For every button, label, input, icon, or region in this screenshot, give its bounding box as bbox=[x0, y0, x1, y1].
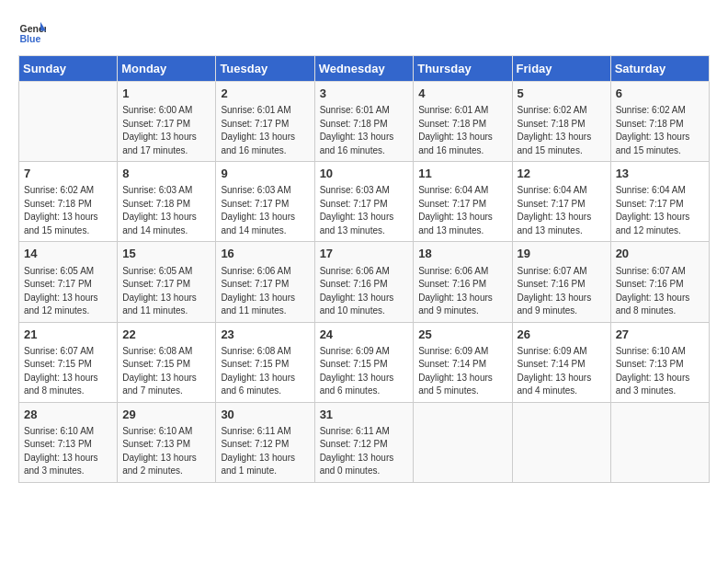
logo: General Blue bbox=[18, 18, 50, 46]
day-number: 17 bbox=[320, 246, 409, 262]
day-info: Sunrise: 6:02 AMSunset: 7:18 PMDaylight:… bbox=[518, 104, 606, 157]
day-info: Sunrise: 6:04 AMSunset: 7:17 PMDaylight:… bbox=[616, 184, 704, 237]
day-info: Sunrise: 6:09 AMSunset: 7:15 PMDaylight:… bbox=[320, 345, 409, 398]
calendar-cell: 12Sunrise: 6:04 AMSunset: 7:17 PMDayligh… bbox=[512, 162, 610, 242]
day-number: 23 bbox=[221, 327, 309, 343]
day-info: Sunrise: 6:06 AMSunset: 7:17 PMDaylight:… bbox=[221, 265, 309, 318]
calendar-cell bbox=[414, 402, 512, 482]
column-header-monday: Monday bbox=[118, 56, 216, 82]
calendar-cell: 10Sunrise: 6:03 AMSunset: 7:17 PMDayligh… bbox=[314, 162, 414, 242]
day-info: Sunrise: 6:10 AMSunset: 7:13 PMDaylight:… bbox=[122, 425, 210, 478]
calendar-cell: 13Sunrise: 6:04 AMSunset: 7:17 PMDayligh… bbox=[610, 162, 709, 242]
day-number: 22 bbox=[122, 327, 210, 343]
day-info: Sunrise: 6:02 AMSunset: 7:18 PMDaylight:… bbox=[24, 184, 112, 237]
calendar-cell: 18Sunrise: 6:06 AMSunset: 7:16 PMDayligh… bbox=[414, 242, 512, 322]
column-header-wednesday: Wednesday bbox=[314, 56, 414, 82]
day-info: Sunrise: 6:03 AMSunset: 7:17 PMDaylight:… bbox=[221, 184, 309, 237]
day-number: 1 bbox=[122, 86, 210, 102]
column-header-tuesday: Tuesday bbox=[216, 56, 314, 82]
day-number: 30 bbox=[221, 407, 309, 423]
day-number: 13 bbox=[616, 166, 704, 182]
calendar-cell: 4Sunrise: 6:01 AMSunset: 7:18 PMDaylight… bbox=[414, 82, 512, 162]
day-info: Sunrise: 6:01 AMSunset: 7:17 PMDaylight:… bbox=[221, 104, 309, 157]
day-info: Sunrise: 6:07 AMSunset: 7:15 PMDaylight:… bbox=[24, 345, 112, 398]
calendar-week-2: 7Sunrise: 6:02 AMSunset: 7:18 PMDaylight… bbox=[19, 162, 710, 242]
day-number: 16 bbox=[221, 246, 309, 262]
calendar-cell: 15Sunrise: 6:05 AMSunset: 7:17 PMDayligh… bbox=[118, 242, 216, 322]
calendar-week-1: 1Sunrise: 6:00 AMSunset: 7:17 PMDaylight… bbox=[19, 82, 710, 162]
calendar-table: SundayMondayTuesdayWednesdayThursdayFrid… bbox=[18, 55, 710, 483]
calendar-cell: 9Sunrise: 6:03 AMSunset: 7:17 PMDaylight… bbox=[216, 162, 314, 242]
calendar-cell: 17Sunrise: 6:06 AMSunset: 7:16 PMDayligh… bbox=[314, 242, 414, 322]
calendar-cell: 19Sunrise: 6:07 AMSunset: 7:16 PMDayligh… bbox=[512, 242, 610, 322]
calendar-cell: 14Sunrise: 6:05 AMSunset: 7:17 PMDayligh… bbox=[19, 242, 118, 322]
day-number: 2 bbox=[221, 86, 309, 102]
calendar-week-5: 28Sunrise: 6:10 AMSunset: 7:13 PMDayligh… bbox=[19, 402, 710, 482]
calendar-cell: 3Sunrise: 6:01 AMSunset: 7:18 PMDaylight… bbox=[314, 82, 414, 162]
day-number: 21 bbox=[24, 327, 112, 343]
calendar-cell: 31Sunrise: 6:11 AMSunset: 7:12 PMDayligh… bbox=[314, 402, 414, 482]
day-info: Sunrise: 6:10 AMSunset: 7:13 PMDaylight:… bbox=[616, 345, 704, 398]
calendar-cell: 16Sunrise: 6:06 AMSunset: 7:17 PMDayligh… bbox=[216, 242, 314, 322]
day-info: Sunrise: 6:09 AMSunset: 7:14 PMDaylight:… bbox=[418, 345, 506, 398]
day-number: 6 bbox=[616, 86, 704, 102]
calendar-cell: 11Sunrise: 6:04 AMSunset: 7:17 PMDayligh… bbox=[414, 162, 512, 242]
calendar-cell: 21Sunrise: 6:07 AMSunset: 7:15 PMDayligh… bbox=[19, 322, 118, 402]
svg-text:Blue: Blue bbox=[20, 33, 41, 44]
calendar-week-3: 14Sunrise: 6:05 AMSunset: 7:17 PMDayligh… bbox=[19, 242, 710, 322]
calendar-cell: 24Sunrise: 6:09 AMSunset: 7:15 PMDayligh… bbox=[314, 322, 414, 402]
day-info: Sunrise: 6:05 AMSunset: 7:17 PMDaylight:… bbox=[122, 265, 210, 318]
day-info: Sunrise: 6:04 AMSunset: 7:17 PMDaylight:… bbox=[418, 184, 506, 237]
calendar-week-4: 21Sunrise: 6:07 AMSunset: 7:15 PMDayligh… bbox=[19, 322, 710, 402]
column-header-friday: Friday bbox=[512, 56, 610, 82]
header-row: SundayMondayTuesdayWednesdayThursdayFrid… bbox=[19, 56, 710, 82]
day-info: Sunrise: 6:06 AMSunset: 7:16 PMDaylight:… bbox=[418, 265, 506, 318]
day-info: Sunrise: 6:08 AMSunset: 7:15 PMDaylight:… bbox=[122, 345, 210, 398]
day-info: Sunrise: 6:09 AMSunset: 7:14 PMDaylight:… bbox=[518, 345, 606, 398]
calendar-cell: 6Sunrise: 6:02 AMSunset: 7:18 PMDaylight… bbox=[610, 82, 709, 162]
calendar-cell: 26Sunrise: 6:09 AMSunset: 7:14 PMDayligh… bbox=[512, 322, 610, 402]
day-number: 4 bbox=[418, 86, 506, 102]
day-number: 25 bbox=[418, 327, 506, 343]
day-info: Sunrise: 6:04 AMSunset: 7:17 PMDaylight:… bbox=[518, 184, 606, 237]
calendar-cell bbox=[19, 82, 118, 162]
header: General Blue bbox=[18, 18, 710, 46]
day-info: Sunrise: 6:02 AMSunset: 7:18 PMDaylight:… bbox=[616, 104, 704, 157]
day-info: Sunrise: 6:01 AMSunset: 7:18 PMDaylight:… bbox=[320, 104, 409, 157]
day-number: 19 bbox=[518, 246, 606, 262]
day-info: Sunrise: 6:03 AMSunset: 7:17 PMDaylight:… bbox=[320, 184, 409, 237]
day-info: Sunrise: 6:07 AMSunset: 7:16 PMDaylight:… bbox=[616, 265, 704, 318]
calendar-cell: 2Sunrise: 6:01 AMSunset: 7:17 PMDaylight… bbox=[216, 82, 314, 162]
day-number: 28 bbox=[24, 407, 112, 423]
column-header-sunday: Sunday bbox=[19, 56, 118, 82]
day-number: 5 bbox=[518, 86, 606, 102]
day-number: 3 bbox=[320, 86, 409, 102]
calendar-cell: 7Sunrise: 6:02 AMSunset: 7:18 PMDaylight… bbox=[19, 162, 118, 242]
day-number: 15 bbox=[122, 246, 210, 262]
day-number: 26 bbox=[518, 327, 606, 343]
day-number: 20 bbox=[616, 246, 704, 262]
calendar-cell: 5Sunrise: 6:02 AMSunset: 7:18 PMDaylight… bbox=[512, 82, 610, 162]
day-info: Sunrise: 6:01 AMSunset: 7:18 PMDaylight:… bbox=[418, 104, 506, 157]
calendar-cell: 23Sunrise: 6:08 AMSunset: 7:15 PMDayligh… bbox=[216, 322, 314, 402]
day-info: Sunrise: 6:10 AMSunset: 7:13 PMDaylight:… bbox=[24, 425, 112, 478]
day-info: Sunrise: 6:08 AMSunset: 7:15 PMDaylight:… bbox=[221, 345, 309, 398]
day-number: 8 bbox=[122, 166, 210, 182]
day-number: 10 bbox=[320, 166, 409, 182]
logo-icon: General Blue bbox=[18, 18, 46, 46]
calendar-cell: 1Sunrise: 6:00 AMSunset: 7:17 PMDaylight… bbox=[118, 82, 216, 162]
day-info: Sunrise: 6:11 AMSunset: 7:12 PMDaylight:… bbox=[221, 425, 309, 478]
calendar-cell: 28Sunrise: 6:10 AMSunset: 7:13 PMDayligh… bbox=[19, 402, 118, 482]
day-number: 11 bbox=[418, 166, 506, 182]
day-info: Sunrise: 6:00 AMSunset: 7:17 PMDaylight:… bbox=[122, 104, 210, 157]
calendar-cell: 22Sunrise: 6:08 AMSunset: 7:15 PMDayligh… bbox=[118, 322, 216, 402]
day-number: 12 bbox=[518, 166, 606, 182]
calendar-cell bbox=[512, 402, 610, 482]
calendar-cell: 25Sunrise: 6:09 AMSunset: 7:14 PMDayligh… bbox=[414, 322, 512, 402]
calendar-cell: 8Sunrise: 6:03 AMSunset: 7:18 PMDaylight… bbox=[118, 162, 216, 242]
day-number: 24 bbox=[320, 327, 409, 343]
day-number: 18 bbox=[418, 246, 506, 262]
day-info: Sunrise: 6:07 AMSunset: 7:16 PMDaylight:… bbox=[518, 265, 606, 318]
calendar-cell bbox=[610, 402, 709, 482]
calendar-cell: 27Sunrise: 6:10 AMSunset: 7:13 PMDayligh… bbox=[610, 322, 709, 402]
